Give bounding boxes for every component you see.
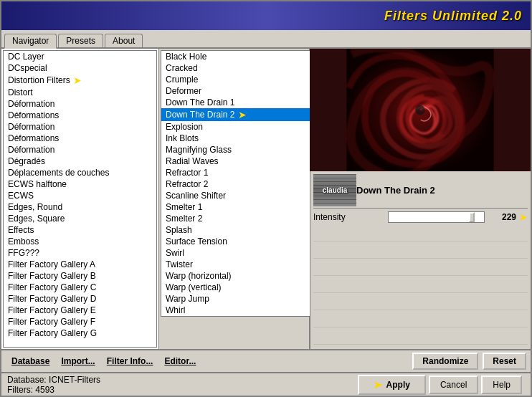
param-row-5 bbox=[313, 277, 528, 293]
apply-button[interactable]: ➤ Apply bbox=[358, 375, 426, 395]
category-item[interactable]: Distort bbox=[4, 87, 156, 98]
effect-item[interactable]: Smelter 2 bbox=[161, 213, 310, 224]
effect-item[interactable]: Crumple bbox=[161, 74, 310, 85]
status-bar: Database: ICNET-Filters Filters: 4593 ➤ … bbox=[1, 373, 531, 396]
category-list[interactable]: DC LayerDCspecialDistortion Filters➤Dist… bbox=[3, 50, 157, 348]
effect-item[interactable]: Whirl bbox=[161, 305, 310, 316]
tab-presets[interactable]: Presets bbox=[58, 34, 103, 47]
effect-item[interactable]: Refractor 2 bbox=[161, 178, 310, 190]
help-button[interactable]: Help bbox=[481, 376, 522, 394]
category-item[interactable]: Dégradés bbox=[4, 156, 156, 167]
filters-value: 4593 bbox=[35, 385, 54, 395]
database-value: ICNET-Filters bbox=[49, 375, 100, 385]
effect-item[interactable]: Scanline Shifter bbox=[161, 190, 310, 201]
param-intensity-slider[interactable] bbox=[388, 211, 485, 223]
category-item[interactable]: Déformation bbox=[4, 144, 156, 156]
filter-info-button[interactable]: Filter Info... bbox=[101, 355, 159, 368]
category-item[interactable]: Filter Factory Gallery F bbox=[4, 316, 156, 327]
editor-button[interactable]: Editor... bbox=[158, 355, 201, 368]
category-item[interactable]: ECWS bbox=[4, 190, 156, 201]
category-item[interactable]: Déplacements de couches bbox=[4, 167, 156, 178]
title-bar: Filters Unlimited 2.0 bbox=[1, 1, 531, 30]
category-arrow-icon: ➤ bbox=[73, 75, 82, 86]
effect-item[interactable]: Smelter 1 bbox=[161, 201, 310, 213]
effect-item[interactable]: Magnifying Glass bbox=[161, 144, 310, 156]
import-button[interactable]: Import... bbox=[55, 355, 100, 368]
category-item[interactable]: Déformation bbox=[4, 121, 156, 133]
effect-item[interactable]: Warp (horizontal) bbox=[161, 270, 310, 282]
category-item[interactable]: Filter Factory Gallery D bbox=[4, 293, 156, 305]
tab-about[interactable]: About bbox=[105, 34, 143, 47]
effect-item[interactable]: Surface Tension bbox=[161, 236, 310, 247]
main-content: DC LayerDCspecialDistortion Filters➤Dist… bbox=[1, 49, 531, 350]
effects-list[interactable]: Black HoleCrackedCrumpleDeformerDown The… bbox=[161, 50, 311, 317]
category-item[interactable]: Filter Factory Gallery A bbox=[4, 259, 156, 270]
preview-swirl bbox=[310, 49, 531, 171]
randomize-button[interactable]: Randomize bbox=[412, 353, 478, 370]
category-panel: DC LayerDCspecialDistortion Filters➤Dist… bbox=[1, 49, 159, 349]
tab-bar: Navigator Presets About bbox=[1, 30, 531, 49]
effect-item[interactable]: Ink Blots bbox=[161, 133, 310, 144]
param-intensity-value: 229 bbox=[488, 212, 516, 222]
param-row-2 bbox=[313, 226, 528, 241]
category-item[interactable]: Filter Factory Gallery C bbox=[4, 282, 156, 293]
category-item[interactable]: Déformations bbox=[4, 133, 156, 144]
bottom-toolbar: Database Import... Filter Info... Editor… bbox=[1, 350, 531, 373]
category-item[interactable]: Filter Factory Gallery B bbox=[4, 270, 156, 282]
category-item[interactable]: Déformations bbox=[4, 110, 156, 121]
category-item[interactable]: FFG??? bbox=[4, 247, 156, 259]
effect-item[interactable]: Explosion bbox=[161, 121, 310, 133]
effect-item[interactable]: Black Hole bbox=[161, 51, 310, 62]
database-label: Database: bbox=[7, 375, 47, 385]
effect-item[interactable]: Swirl bbox=[161, 247, 310, 259]
filters-label: Filters: bbox=[7, 385, 33, 395]
category-item[interactable]: Distortion Filters➤ bbox=[4, 74, 156, 87]
filter-thumbnail: claudia bbox=[313, 174, 356, 206]
category-item[interactable]: Déformation bbox=[4, 98, 156, 110]
param-row-7 bbox=[313, 312, 528, 327]
effect-item[interactable]: Cracked bbox=[161, 62, 310, 74]
effects-panel: Black HoleCrackedCrumpleDeformerDown The… bbox=[159, 49, 310, 349]
tab-navigator[interactable]: Navigator bbox=[4, 34, 57, 49]
category-item[interactable]: Edges, Square bbox=[4, 213, 156, 224]
effect-item[interactable]: Deformer bbox=[161, 85, 310, 97]
intensity-arrow-icon: ➤ bbox=[519, 211, 528, 223]
reset-button[interactable]: Reset bbox=[483, 353, 526, 370]
param-intensity-row: Intensity 229 ➤ bbox=[313, 211, 528, 223]
category-item[interactable]: Edges, Round bbox=[4, 201, 156, 213]
category-item[interactable]: DC Layer bbox=[4, 51, 156, 62]
app-title: Filters Unlimited 2.0 bbox=[384, 9, 522, 24]
category-item[interactable]: Filter Factory Gallery G bbox=[4, 327, 156, 339]
effect-item[interactable]: Refractor 1 bbox=[161, 167, 310, 178]
effect-item[interactable]: Down The Drain 1 bbox=[161, 97, 310, 108]
category-item[interactable]: Effects bbox=[4, 224, 156, 236]
effect-item[interactable]: Warp (vertical) bbox=[161, 282, 310, 293]
category-item[interactable]: Emboss bbox=[4, 236, 156, 247]
effect-item[interactable]: Radial Waves bbox=[161, 156, 310, 167]
effect-item[interactable]: Down The Drain 2➤ bbox=[161, 108, 310, 121]
category-item[interactable]: ECWS halftone bbox=[4, 178, 156, 190]
cancel-button[interactable]: Cancel bbox=[429, 376, 478, 394]
param-row-3 bbox=[313, 243, 528, 259]
selected-filter-name: Down The Drain 2 bbox=[356, 185, 435, 196]
category-item[interactable]: DCspecial bbox=[4, 62, 156, 74]
param-row-6 bbox=[313, 295, 528, 310]
apply-arrow-icon: ➤ bbox=[374, 379, 382, 391]
status-info: Database: ICNET-Filters Filters: 4593 bbox=[7, 375, 358, 395]
effect-arrow-icon: ➤ bbox=[238, 109, 247, 120]
param-intensity-label: Intensity bbox=[313, 212, 385, 222]
effect-item[interactable]: Splash bbox=[161, 224, 310, 236]
preview-area bbox=[310, 49, 531, 171]
database-button[interactable]: Database bbox=[6, 355, 55, 368]
effect-item[interactable]: Warp Jump bbox=[161, 293, 310, 305]
filter-detail: claudia Down The Drain 2 Intensity 229 ➤ bbox=[310, 171, 531, 349]
category-item[interactable]: Filter Factory Gallery E bbox=[4, 305, 156, 316]
param-row-4 bbox=[313, 260, 528, 276]
right-panel: claudia Down The Drain 2 Intensity 229 ➤ bbox=[310, 49, 531, 349]
effect-item[interactable]: Twister bbox=[161, 259, 310, 270]
svg-point-1 bbox=[415, 105, 425, 115]
thumbnail-label: claudia bbox=[323, 186, 347, 194]
filter-name-row: claudia Down The Drain 2 bbox=[313, 174, 528, 209]
param-row-8 bbox=[313, 329, 528, 345]
